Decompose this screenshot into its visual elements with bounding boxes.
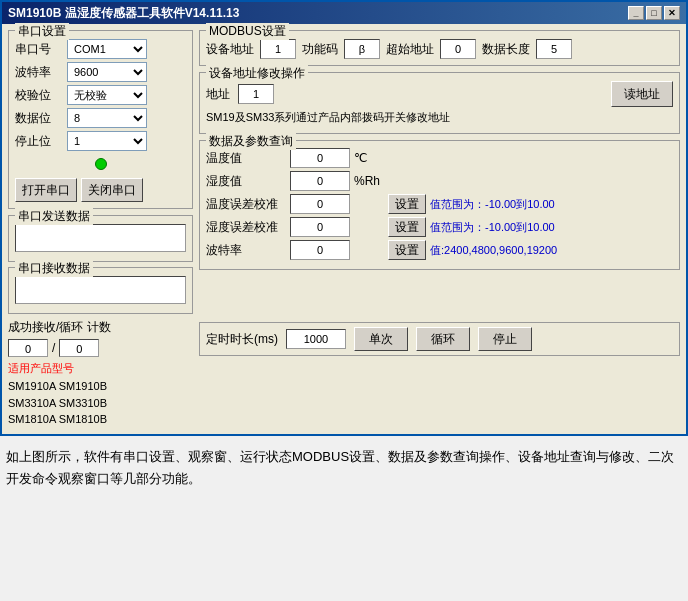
loop-btn[interactable]: 循环 [416, 327, 470, 351]
port-select[interactable]: COM1COM2COM3 [67, 39, 147, 59]
addr-row: 地址 读地址 [206, 81, 673, 107]
status-light [95, 158, 107, 170]
port-label: 串口号 [15, 41, 67, 58]
send-data-title: 串口发送数据 [15, 208, 93, 225]
addr-note: SM19及SM33系列通过产品内部拨码开关修改地址 [206, 110, 673, 125]
product-section: 适用产品型号 SM1910A SM1910BSM3310A SM3310BSM1… [8, 361, 193, 428]
humidity-correction-row: 湿度误差校准 设置 值范围为：-10.00到10.00 [206, 217, 673, 237]
stop-bits-row: 停止位 12 [15, 131, 186, 151]
close-serial-button[interactable]: 关闭串口 [81, 178, 143, 202]
description-content: 如上图所示，软件有串口设置、观察窗、运行状态MODBUS设置、数据及参数查询操作… [6, 449, 674, 486]
stop-btn[interactable]: 停止 [478, 327, 532, 351]
data-len-label: 数据长度 [482, 41, 530, 58]
spacer [199, 276, 680, 316]
humidity-unit: %Rh [354, 174, 384, 188]
window-body: 串口设置 串口号 COM1COM2COM3 波特率 96004800240019… [2, 24, 686, 434]
addr-label: 地址 [206, 86, 230, 103]
humidity-value-input[interactable] [290, 171, 350, 191]
parity-label: 校验位 [15, 87, 67, 104]
baud-rate-set-button[interactable]: 设置 [388, 240, 426, 260]
addr-input[interactable] [238, 84, 274, 104]
stop-bits-label: 停止位 [15, 133, 67, 150]
baud-label: 波特率 [15, 64, 67, 81]
modbus-row: 设备地址 功能码 超始地址 数据长度 [206, 39, 673, 59]
recv-data-title: 串口接收数据 [15, 260, 93, 277]
device-addr-input[interactable] [260, 39, 296, 59]
minimize-btn[interactable]: _ [628, 6, 644, 20]
window-title: SM1910B 温湿度传感器工具软件V14.11.13 [8, 5, 239, 22]
temp-correction-set-button[interactable]: 设置 [388, 194, 426, 214]
stop-bits-select[interactable]: 12 [67, 131, 147, 151]
data-bits-label: 数据位 [15, 110, 67, 127]
data-bits-select[interactable]: 87 [67, 108, 147, 128]
addr-modify-group: 设备地址修改操作 地址 读地址 SM19及SM33系列通过产品内部拨码开关修改地… [199, 72, 680, 134]
humidity-correction-range: 值范围为：-10.00到10.00 [430, 220, 555, 235]
temp-label: 温度值 [206, 150, 286, 167]
send-data-group: 串口发送数据 [8, 215, 193, 262]
title-bar: SM1910B 温湿度传感器工具软件V14.11.13 _ □ ✕ [2, 2, 686, 24]
device-addr-label: 设备地址 [206, 41, 254, 58]
main-window: SM1910B 温湿度传感器工具软件V14.11.13 _ □ ✕ 串口设置 串… [0, 0, 688, 436]
temp-correction-range: 值范围为：-10.00到10.00 [430, 197, 555, 212]
close-btn[interactable]: ✕ [664, 6, 680, 20]
temp-correction-input[interactable] [290, 194, 350, 214]
left-panel: 串口设置 串口号 COM1COM2COM3 波特率 96004800240019… [8, 30, 193, 428]
title-bar-controls: _ □ ✕ [628, 6, 680, 20]
send-data-input[interactable] [15, 224, 186, 252]
recv-data-group: 串口接收数据 [8, 267, 193, 314]
bottom-controls: 定时时长(ms) 单次 循环 停止 [199, 322, 680, 356]
serial-settings-title: 串口设置 [15, 23, 69, 40]
temp-unit: ℃ [354, 151, 384, 165]
port-row: 串口号 COM1COM2COM3 [15, 39, 186, 59]
product-list: SM1910A SM1910BSM3310A SM3310BSM1810A SM… [8, 378, 193, 428]
baud-row: 波特率 96004800240019200 [15, 62, 186, 82]
baud-rate-range: 值:2400,4800,9600,19200 [430, 243, 557, 258]
temp-row: 温度值 ℃ [206, 148, 673, 168]
baud-rate-input[interactable] [290, 240, 350, 260]
timer-input[interactable] [286, 329, 346, 349]
counter-row: 0 / 0 [8, 339, 193, 357]
humidity-correction-label: 湿度误差校准 [206, 219, 286, 236]
maximize-btn[interactable]: □ [646, 6, 662, 20]
humidity-correction-input[interactable] [290, 217, 350, 237]
func-code-input[interactable] [344, 39, 380, 59]
temp-correction-label: 温度误差校准 [206, 196, 286, 213]
right-panel: MODBUS设置 设备地址 功能码 超始地址 数据长度 设备地址修改操作 [199, 30, 680, 428]
data-query-title: 数据及参数查询 [206, 133, 296, 150]
data-query-group: 数据及参数查询 温度值 ℃ 湿度值 %Rh 温 [199, 140, 680, 270]
data-len-input[interactable] [536, 39, 572, 59]
counter-label: 成功接收/循环 计数 [8, 319, 193, 336]
description-text: 如上图所示，软件有串口设置、观察窗、运行状态MODBUS设置、数据及参数查询操作… [0, 436, 688, 496]
open-serial-button[interactable]: 打开串口 [15, 178, 77, 202]
modbus-title: MODBUS设置 [206, 23, 289, 40]
parity-row: 校验位 无校验奇校验偶校验 [15, 85, 186, 105]
humidity-row: 湿度值 %Rh [206, 171, 673, 191]
product-title: 适用产品型号 [8, 361, 193, 376]
baud-rate-label: 波特率 [206, 242, 286, 259]
data-bits-row: 数据位 87 [15, 108, 186, 128]
start-addr-input[interactable] [440, 39, 476, 59]
count-separator: / [52, 341, 55, 355]
temp-correction-row: 温度误差校准 设置 值范围为：-10.00到10.00 [206, 194, 673, 214]
count-total: 0 [59, 339, 99, 357]
temp-value-input[interactable] [290, 148, 350, 168]
humidity-label: 湿度值 [206, 173, 286, 190]
modbus-group: MODBUS设置 设备地址 功能码 超始地址 数据长度 [199, 30, 680, 66]
baud-select[interactable]: 96004800240019200 [67, 62, 147, 82]
serial-btn-row: 打开串口 关闭串口 [15, 178, 186, 202]
serial-settings-content: 串口号 COM1COM2COM3 波特率 96004800240019200 [15, 39, 186, 202]
addr-modify-title: 设备地址修改操作 [206, 65, 308, 82]
func-code-label: 功能码 [302, 41, 338, 58]
single-btn[interactable]: 单次 [354, 327, 408, 351]
read-addr-button[interactable]: 读地址 [611, 81, 673, 107]
count-received: 0 [8, 339, 48, 357]
serial-settings-group: 串口设置 串口号 COM1COM2COM3 波特率 96004800240019… [8, 30, 193, 209]
start-addr-label: 超始地址 [386, 41, 434, 58]
humidity-correction-set-button[interactable]: 设置 [388, 217, 426, 237]
timer-label: 定时时长(ms) [206, 331, 278, 348]
baud-rate-row: 波特率 设置 值:2400,4800,9600,19200 [206, 240, 673, 260]
main-layout: 串口设置 串口号 COM1COM2COM3 波特率 96004800240019… [8, 30, 680, 428]
parity-select[interactable]: 无校验奇校验偶校验 [67, 85, 147, 105]
recv-data-input[interactable] [15, 276, 186, 304]
